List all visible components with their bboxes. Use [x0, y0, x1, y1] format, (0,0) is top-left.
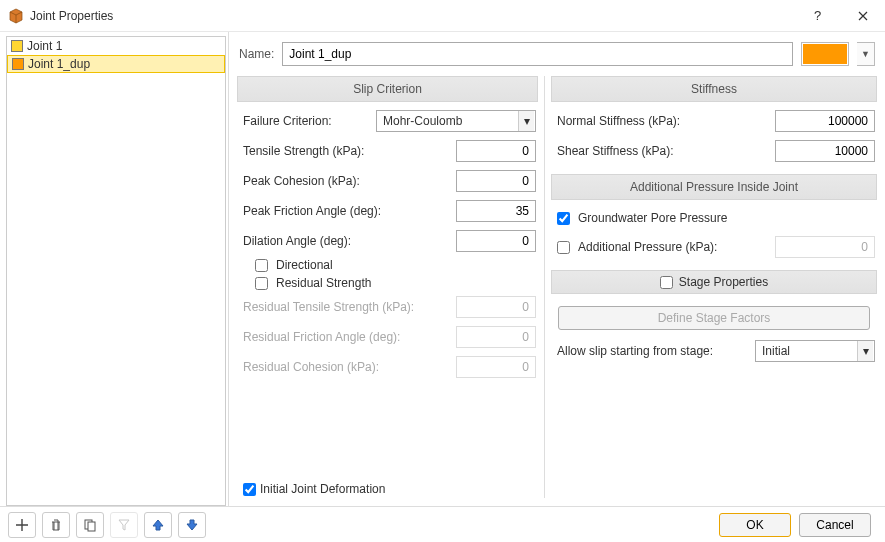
failure-criterion-value: Mohr-Coulomb	[383, 114, 462, 128]
peak-friction-label: Peak Friction Angle (deg):	[243, 204, 381, 218]
copy-button[interactable]	[76, 512, 104, 538]
failure-criterion-select[interactable]: Mohr-Coulomb ▾	[376, 110, 536, 132]
chevron-down-icon: ▾	[518, 111, 534, 131]
titlebar: Joint Properties ?	[0, 0, 885, 32]
residual-friction-row: Residual Friction Angle (deg):	[237, 322, 538, 352]
name-input[interactable]	[282, 42, 793, 66]
chevron-down-icon: ▾	[857, 341, 873, 361]
chevron-down-icon: ▼	[861, 49, 870, 59]
peak-cohesion-input[interactable]	[456, 170, 536, 192]
move-down-button[interactable]	[178, 512, 206, 538]
joint-color-swatch	[12, 58, 24, 70]
joint-color-swatch	[11, 40, 23, 52]
stage-properties-checkbox[interactable]	[660, 276, 673, 289]
additional-pressure-label: Additional Pressure (kPa):	[578, 240, 717, 254]
name-row: Name: ▼	[237, 38, 877, 70]
define-stage-factors-button: Define Stage Factors	[558, 306, 871, 330]
joint-list-item[interactable]: Joint 1	[7, 37, 225, 55]
residual-friction-label: Residual Friction Angle (deg):	[243, 330, 400, 344]
directional-label: Directional	[276, 258, 333, 272]
normal-stiffness-label: Normal Stiffness (kPa):	[557, 114, 680, 128]
residual-cohesion-label: Residual Cohesion (kPa):	[243, 360, 379, 374]
residual-strength-label: Residual Strength	[276, 276, 371, 290]
residual-strength-checkbox[interactable]	[255, 277, 268, 290]
residual-friction-input	[456, 326, 536, 348]
color-swatch	[803, 44, 847, 64]
residual-cohesion-input	[456, 356, 536, 378]
allow-slip-value: Initial	[762, 344, 790, 358]
directional-checkbox[interactable]	[255, 259, 268, 272]
peak-cohesion-label: Peak Cohesion (kPa):	[243, 174, 360, 188]
peak-friction-row: Peak Friction Angle (deg):	[237, 196, 538, 226]
slip-panel: Slip Criterion Failure Criterion: Mohr-C…	[237, 76, 545, 498]
initial-deformation-row: Initial Joint Deformation	[237, 480, 538, 498]
stiffness-header: Stiffness	[551, 76, 877, 102]
allow-slip-select[interactable]: Initial ▾	[755, 340, 875, 362]
filter-button	[110, 512, 138, 538]
svg-text:?: ?	[814, 9, 821, 23]
tensile-strength-input[interactable]	[456, 140, 536, 162]
footer-buttons: OK Cancel	[719, 513, 877, 537]
color-dropdown[interactable]: ▼	[857, 42, 875, 66]
main-area: Joint 1 Joint 1_dup Name: ▼ Slip Criteri…	[0, 32, 885, 506]
peak-cohesion-row: Peak Cohesion (kPa):	[237, 166, 538, 196]
tensile-strength-row: Tensile Strength (kPa):	[237, 136, 538, 166]
delete-button[interactable]	[42, 512, 70, 538]
groundwater-row: Groundwater Pore Pressure	[551, 204, 877, 232]
color-button[interactable]	[801, 42, 849, 66]
app-icon	[8, 8, 24, 24]
normal-stiffness-row: Normal Stiffness (kPa):	[551, 106, 877, 136]
joint-item-label: Joint 1	[27, 39, 62, 53]
residual-tensile-input	[456, 296, 536, 318]
dilation-angle-row: Dilation Angle (deg):	[237, 226, 538, 256]
allow-slip-row: Allow slip starting from stage: Initial …	[551, 336, 877, 366]
shear-stiffness-row: Shear Stiffness (kPa):	[551, 136, 877, 166]
stage-properties-label: Stage Properties	[679, 275, 768, 289]
tensile-strength-label: Tensile Strength (kPa):	[243, 144, 364, 158]
bottom-toolbar: OK Cancel	[0, 506, 885, 542]
slip-header: Slip Criterion	[237, 76, 538, 102]
residual-strength-row: Residual Strength	[237, 274, 538, 292]
dilation-angle-input[interactable]	[456, 230, 536, 252]
cancel-button[interactable]: Cancel	[799, 513, 871, 537]
residual-cohesion-row: Residual Cohesion (kPa):	[237, 352, 538, 382]
groundwater-label: Groundwater Pore Pressure	[578, 211, 727, 225]
allow-slip-label: Allow slip starting from stage:	[557, 344, 713, 358]
additional-pressure-input	[775, 236, 875, 258]
add-button[interactable]	[8, 512, 36, 538]
shear-stiffness-input[interactable]	[775, 140, 875, 162]
stage-properties-header: Stage Properties	[551, 270, 877, 294]
shear-stiffness-label: Shear Stiffness (kPa):	[557, 144, 674, 158]
additional-pressure-row: Additional Pressure (kPa):	[551, 232, 877, 262]
dilation-angle-label: Dilation Angle (deg):	[243, 234, 351, 248]
joint-item-label: Joint 1_dup	[28, 57, 90, 71]
svg-rect-2	[88, 522, 95, 531]
ok-button[interactable]: OK	[719, 513, 791, 537]
joint-list[interactable]: Joint 1 Joint 1_dup	[6, 36, 226, 506]
residual-tensile-label: Residual Tensile Strength (kPa):	[243, 300, 414, 314]
initial-deformation-checkbox[interactable]	[243, 483, 256, 496]
peak-friction-input[interactable]	[456, 200, 536, 222]
joint-sidebar: Joint 1 Joint 1_dup	[0, 32, 229, 506]
window-title: Joint Properties	[30, 9, 797, 23]
failure-criterion-row: Failure Criterion: Mohr-Coulomb ▾	[237, 106, 538, 136]
pressure-header: Additional Pressure Inside Joint	[551, 174, 877, 200]
properties-content: Name: ▼ Slip Criterion Failure Criterion…	[229, 32, 885, 506]
joint-list-item[interactable]: Joint 1_dup	[7, 55, 225, 73]
name-label: Name:	[239, 47, 274, 61]
initial-deformation-label: Initial Joint Deformation	[260, 482, 385, 496]
panels: Slip Criterion Failure Criterion: Mohr-C…	[237, 76, 877, 498]
residual-tensile-row: Residual Tensile Strength (kPa):	[237, 292, 538, 322]
normal-stiffness-input[interactable]	[775, 110, 875, 132]
right-panel: Stiffness Normal Stiffness (kPa): Shear …	[545, 76, 877, 498]
failure-criterion-label: Failure Criterion:	[243, 114, 332, 128]
directional-row: Directional	[237, 256, 538, 274]
help-button[interactable]: ?	[797, 0, 841, 32]
groundwater-checkbox[interactable]	[557, 212, 570, 225]
additional-pressure-checkbox[interactable]	[557, 241, 570, 254]
move-up-button[interactable]	[144, 512, 172, 538]
close-button[interactable]	[841, 0, 885, 32]
